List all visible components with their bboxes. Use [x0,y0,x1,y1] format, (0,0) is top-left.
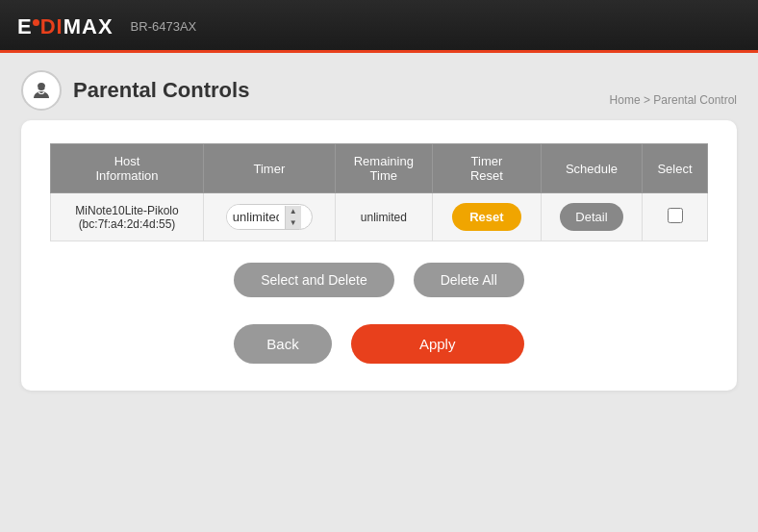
table-row: MiNote10Lite-Pikolo(bc:7f:a4:2d:4d:55) ▲… [51,193,708,241]
col-timer: Timer [203,144,335,193]
parental-controls-table: HostInformation Timer RemainingTime Time… [50,143,708,241]
row-checkbox[interactable] [668,208,683,223]
page-title-row: Parental Controls Home > Parental Contro… [21,70,737,111]
cell-timer-reset[interactable]: Reset [432,193,541,241]
cell-select[interactable] [643,193,708,241]
breadcrumb: Home > Parental Control [610,93,737,111]
select-delete-button[interactable]: Select and Delete [234,263,394,297]
col-timer-reset: TimerReset [432,144,541,193]
cell-host-info: MiNote10Lite-Pikolo(bc:7f:a4:2d:4d:55) [51,193,204,241]
spinner-up[interactable]: ▲ [286,206,301,217]
bottom-buttons-row: Back Apply [50,324,708,364]
detail-button[interactable]: Detail [560,203,622,231]
cell-schedule[interactable]: Detail [541,193,642,241]
model-number: BR-6473AX [131,19,197,34]
reset-button[interactable]: Reset [452,203,520,231]
spinner-arrows: ▲ ▼ [285,206,301,229]
delete-all-button[interactable]: Delete All [414,263,524,297]
logo: EDIMAX [17,14,114,39]
svg-point-0 [38,83,45,90]
col-select: Select [643,144,708,193]
back-button[interactable]: Back [234,324,331,364]
col-schedule: Schedule [541,144,642,193]
col-remaining-time: RemainingTime [335,144,432,193]
spinner-down[interactable]: ▼ [286,217,301,229]
cell-timer[interactable]: ▲ ▼ [203,193,335,241]
timer-spinner[interactable]: ▲ ▼ [226,204,313,230]
svg-point-2 [45,87,48,89]
apply-button[interactable]: Apply [351,324,524,364]
breadcrumb-current: Parental Control [653,93,737,107]
cell-remaining-time: unlimited [335,193,432,241]
svg-point-1 [36,87,38,89]
header: EDIMAX BR-6473AX [0,0,758,53]
col-host-info: HostInformation [51,144,204,193]
logo-di: DI [40,14,63,39]
parental-icon [21,70,62,111]
logo-e: E [17,14,33,39]
breadcrumb-home[interactable]: Home [610,93,641,107]
logo-max: MAX [63,14,114,39]
timer-input[interactable] [227,205,285,229]
main-content: Parental Controls Home > Parental Contro… [0,53,758,532]
page-title: Parental Controls [73,78,249,103]
main-card: HostInformation Timer RemainingTime Time… [21,120,737,391]
breadcrumb-separator: > [644,93,653,107]
action-buttons-row: Select and Delete Delete All [50,263,708,297]
